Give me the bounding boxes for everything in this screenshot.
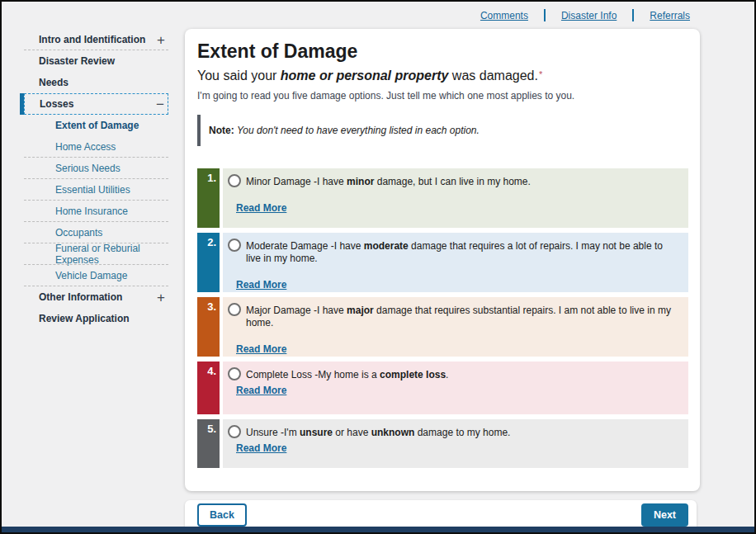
sidebar-item-label: Essential Utilities <box>24 184 130 196</box>
option-label: Major Damage -I have major damage that r… <box>246 303 680 329</box>
sidebar-nav: Intro and Identification + Disaster Revi… <box>2 29 185 329</box>
sidebar-item-home-insurance[interactable]: Home Insurance <box>24 201 168 222</box>
radio-button[interactable] <box>228 174 241 187</box>
option-label: Unsure -I'm unsure or have unknown damag… <box>246 425 510 439</box>
sidebar-item-home-access[interactable]: Home Access <box>24 136 168 158</box>
sidebar-item-funeral-or-reburial-expenses[interactable]: Funeral or Reburial Expenses <box>24 243 168 265</box>
note-box: Note: You don't need to have everything … <box>197 115 688 146</box>
option-line: Complete Loss -My home is a complete los… <box>228 367 680 381</box>
sidebar-item-label: Vehicle Damage <box>24 270 127 281</box>
damage-option-row: 5. Unsure -I'm unsure or have unknown da… <box>197 419 688 468</box>
app-window: Comments Disaster Info Referrals Intro a… <box>0 0 756 534</box>
top-nav: Comments Disaster Info Referrals <box>2 2 754 29</box>
damage-option-row: 2. Moderate Damage -I have moderate dama… <box>197 233 688 292</box>
minus-icon[interactable]: − <box>156 97 164 111</box>
read-more-link[interactable]: Read More <box>236 385 286 396</box>
option-body: Minor Damage -I have minor damage, but I… <box>223 168 688 228</box>
option-line: Minor Damage -I have minor damage, but I… <box>228 174 680 188</box>
page-title: Extent of Damage <box>197 40 688 63</box>
footer-bar: Back Next <box>185 500 697 530</box>
question-suffix: was damaged. <box>448 69 538 83</box>
option-body: Major Damage -I have major damage that r… <box>223 297 688 357</box>
top-link-disaster-info[interactable]: Disaster Info <box>561 10 617 21</box>
read-more-link[interactable]: Read More <box>236 279 286 291</box>
option-body: Complete Loss -My home is a complete los… <box>223 362 688 414</box>
sidebar-item-label: Review Application <box>24 313 130 324</box>
question-prefix: You said your <box>197 69 281 83</box>
radio-button[interactable] <box>228 367 241 380</box>
radio-button[interactable] <box>228 425 241 438</box>
option-line: Major Damage -I have major damage that r… <box>228 303 680 329</box>
damage-option-row: 3. Major Damage -I have major damage tha… <box>197 297 688 357</box>
bottom-accent-bar <box>2 527 754 532</box>
sidebar-item-label: Home Access <box>24 141 116 153</box>
sidebar-item-label: Losses <box>25 98 73 110</box>
damage-option-row: 1. Minor Damage -I have minor damage, bu… <box>197 168 688 228</box>
sidebar-item-label: Needs <box>24 77 69 88</box>
sidebar-item-essential-utilities[interactable]: Essential Utilities <box>24 179 168 201</box>
read-more-link[interactable]: Read More <box>236 343 286 355</box>
option-label: Complete Loss -My home is a complete los… <box>246 367 448 381</box>
damage-option-row: 4. Complete Loss -My home is a complete … <box>197 362 688 414</box>
option-number-badge: 2. <box>197 233 220 292</box>
option-label: Minor Damage -I have minor damage, but I… <box>246 174 531 188</box>
sidebar-item-label: Occupants <box>24 227 102 239</box>
question-text: You said your home or personal property … <box>197 69 688 83</box>
option-number-badge: 3. <box>197 297 220 357</box>
required-marker: * <box>539 69 542 79</box>
main-card: Extent of Damage You said your home or p… <box>185 29 700 491</box>
sidebar-item-serious-needs[interactable]: Serious Needs <box>24 158 168 179</box>
sidebar-item-label: Intro and Identification <box>24 34 145 45</box>
option-label: Moderate Damage -I have moderate damage … <box>246 239 680 265</box>
sidebar-item-label: Serious Needs <box>24 163 120 174</box>
read-more-link[interactable]: Read More <box>236 442 286 454</box>
option-body: Moderate Damage -I have moderate damage … <box>223 233 688 292</box>
top-link-referrals[interactable]: Referrals <box>650 10 690 21</box>
sidebar-item-vehicle-damage[interactable]: Vehicle Damage <box>24 265 168 286</box>
sidebar-item-label: Home Insurance <box>24 206 128 217</box>
read-more-link[interactable]: Read More <box>236 202 286 214</box>
sidebar-item-other-information[interactable]: Other Information + <box>24 286 168 308</box>
option-number-badge: 1. <box>197 168 220 228</box>
note-text: You don't need to have everything listed… <box>237 125 480 136</box>
sidebar-item-occupants[interactable]: Occupants <box>24 222 168 243</box>
top-link-comments[interactable]: Comments <box>480 10 528 21</box>
nav-divider <box>632 9 634 21</box>
nav-divider <box>544 9 546 21</box>
sidebar-item-needs[interactable]: Needs <box>24 72 168 93</box>
option-body: Unsure -I'm unsure or have unknown damag… <box>223 419 688 468</box>
option-line: Moderate Damage -I have moderate damage … <box>228 239 680 265</box>
sidebar-item-losses[interactable]: Losses − <box>24 93 168 115</box>
option-line: Unsure -I'm unsure or have unknown damag… <box>228 425 680 439</box>
sidebar-item-intro-and-identification[interactable]: Intro and Identification + <box>24 29 168 50</box>
option-number-badge: 5. <box>197 419 220 468</box>
plus-icon[interactable]: + <box>157 291 165 305</box>
back-button[interactable]: Back <box>197 503 247 527</box>
radio-button[interactable] <box>228 303 241 316</box>
note-label: Note: <box>209 125 234 136</box>
question-emphasis: home or personal property <box>281 69 449 83</box>
sidebar-item-label: Funeral or Reburial Expenses <box>24 243 168 266</box>
sidebar-item-label: Disaster Review <box>24 55 115 67</box>
instruction-text: I'm going to read you five damage option… <box>197 90 688 102</box>
sidebar-item-review-application[interactable]: Review Application <box>24 308 168 329</box>
damage-options-list: 1. Minor Damage -I have minor damage, bu… <box>197 168 688 468</box>
radio-button[interactable] <box>228 239 241 252</box>
sidebar-item-label: Extent of Damage <box>24 120 139 131</box>
next-button[interactable]: Next <box>641 503 688 527</box>
option-number-badge: 4. <box>197 362 220 414</box>
sidebar-item-label: Other Information <box>24 291 122 303</box>
plus-icon[interactable]: + <box>157 33 165 47</box>
sidebar-item-extent-of-damage[interactable]: Extent of Damage <box>24 115 168 136</box>
sidebar-item-disaster-review[interactable]: Disaster Review <box>24 50 168 72</box>
